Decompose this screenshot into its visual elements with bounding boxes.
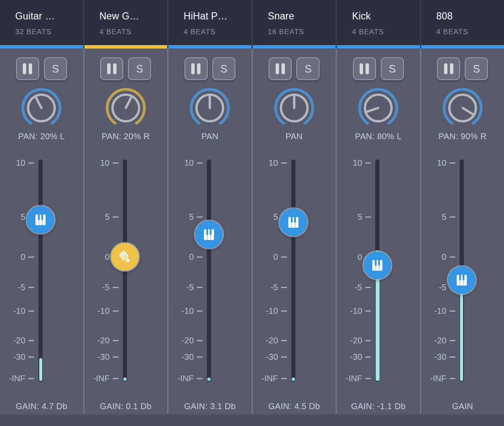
tick-dash-icon: [197, 256, 203, 258]
channel-beats: 32 BEATS: [15, 28, 83, 36]
solo-button[interactable]: S: [44, 57, 67, 80]
tick-label: -30: [182, 352, 194, 362]
tick-label: -30: [350, 352, 362, 362]
tick-label: 5: [105, 212, 109, 222]
channel-header: New G… 4 BEATS: [84, 0, 168, 45]
solo-button[interactable]: S: [381, 57, 404, 80]
fader-tick: 5: [421, 212, 455, 222]
tick-dash-icon: [281, 256, 287, 258]
pan-knob-icon: [358, 87, 398, 128]
pan-knob-icon: [274, 87, 314, 128]
mute-button[interactable]: [353, 57, 376, 80]
tick-label: -30: [13, 352, 25, 362]
fader-handle[interactable]: [111, 243, 139, 271]
piano-icon: [33, 212, 48, 227]
tick-dash-icon: [365, 340, 371, 341]
solo-button[interactable]: S: [212, 57, 236, 80]
tick-dash-icon: [28, 310, 34, 312]
tick-label: -INF: [262, 374, 278, 383]
fader-tick: -5: [84, 282, 119, 292]
channel-header: 808 4 BEATS: [421, 0, 504, 45]
tick-dash-icon: [365, 216, 371, 218]
fader-tick: -20: [253, 335, 287, 345]
tick-dash-icon: [365, 310, 371, 312]
mute-button[interactable]: [437, 57, 460, 80]
fader-tick: 10: [421, 158, 455, 168]
level-meter-dot: [123, 377, 127, 381]
pan-knob[interactable]: [21, 87, 62, 128]
fader-tick: -INF: [168, 373, 203, 383]
channel-name: Kick: [352, 0, 420, 22]
channel-header: Guitar … 32 BEATS: [0, 0, 83, 45]
fader-tick: -30: [253, 352, 287, 362]
pause-icon: [191, 63, 201, 74]
tick-dash-icon: [365, 378, 371, 379]
tick-label: 5: [358, 212, 362, 222]
pause-icon: [23, 63, 32, 74]
solo-label: S: [304, 64, 312, 74]
fader-tick: 10: [0, 158, 34, 168]
pan-knob-icon: [21, 87, 62, 128]
fader-handle[interactable]: [448, 266, 476, 294]
tick-label: -10: [98, 306, 110, 316]
tick-label: 0: [21, 252, 25, 262]
fader-tick: 0: [421, 252, 455, 262]
fader-tick: -5: [168, 282, 203, 292]
solo-button[interactable]: S: [296, 57, 320, 80]
fader-handle[interactable]: [279, 208, 307, 236]
tick-dash-icon: [365, 287, 371, 288]
tick-label: 5: [442, 212, 446, 222]
pan-knob[interactable]: [442, 87, 483, 128]
mute-button[interactable]: [268, 57, 292, 80]
tick-label: 5: [189, 212, 194, 222]
pan-knob-icon: [190, 87, 230, 128]
tick-dash-icon: [197, 356, 203, 358]
fader-tick: 5: [168, 212, 203, 222]
channel-name: Guitar …: [15, 0, 83, 22]
mute-button[interactable]: [100, 57, 123, 80]
pause-icon: [444, 63, 453, 74]
fader-handle[interactable]: [27, 206, 54, 234]
channel-strip: Snare 16 BEATS S PAN 1050-5-10-20-30-INF: [253, 0, 336, 414]
solo-label: S: [389, 64, 396, 74]
tick-dash-icon: [281, 310, 287, 312]
fader-track[interactable]: [38, 159, 43, 382]
channel-strip: 808 4 BEATS S PAN: 90% R 1050-5-10-20-30…: [421, 0, 504, 414]
fader-tick: -10: [168, 306, 203, 316]
fader-track[interactable]: [291, 159, 295, 382]
pan-knob[interactable]: [358, 87, 398, 128]
fader-tick: -30: [0, 352, 34, 362]
pan-knob[interactable]: [106, 87, 146, 128]
fader-tick: 0: [0, 252, 34, 262]
tick-label: 0: [189, 252, 194, 262]
channel-beats: 4 BEATS: [436, 28, 504, 36]
tick-dash-icon: [197, 378, 203, 379]
tick-dash-icon: [450, 310, 455, 312]
fader-handle[interactable]: [195, 221, 223, 248]
pan-knob[interactable]: [274, 87, 314, 128]
tick-dash-icon: [197, 162, 203, 164]
fader-tick: 5: [84, 212, 119, 222]
fader-tick: -INF: [337, 373, 371, 383]
fader-tick: 10: [253, 158, 287, 168]
mute-button[interactable]: [184, 57, 208, 80]
tick-label: -5: [271, 283, 278, 292]
solo-button[interactable]: S: [128, 57, 151, 80]
channel-name: HiHat P…: [184, 0, 252, 22]
solo-button[interactable]: S: [465, 57, 488, 80]
tick-dash-icon: [28, 378, 34, 379]
tick-dash-icon: [197, 310, 203, 312]
solo-label: S: [220, 64, 228, 74]
fader-track[interactable]: [207, 159, 211, 382]
mute-button[interactable]: [16, 57, 39, 80]
tick-label: 0: [273, 252, 278, 262]
pan-knob[interactable]: [190, 87, 230, 128]
tick-label: -INF: [9, 374, 25, 383]
tick-label: -5: [186, 283, 194, 292]
fader-handle[interactable]: [363, 251, 391, 279]
channel-accent-bar: [337, 45, 420, 49]
fader-tick: -INF: [84, 373, 119, 383]
fader-tick: -10: [337, 306, 371, 316]
fader-tick: -10: [84, 306, 119, 316]
tick-dash-icon: [281, 340, 287, 341]
